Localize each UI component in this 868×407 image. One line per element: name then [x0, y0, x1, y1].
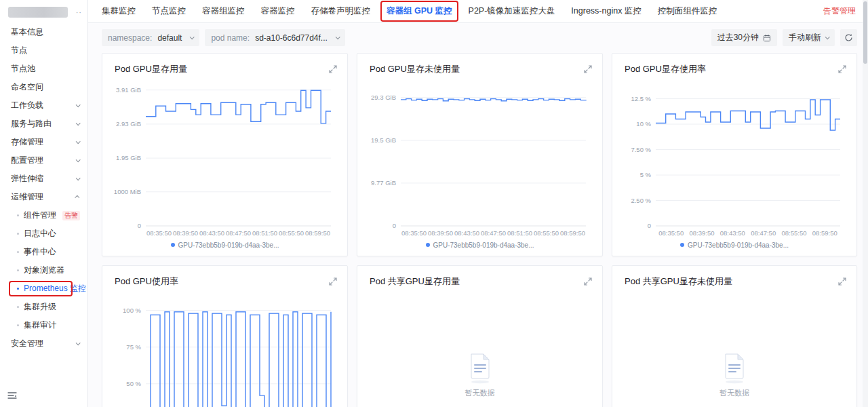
sidebar-subitem-label: 事件中心	[24, 246, 56, 258]
chevron-down-icon	[76, 157, 81, 162]
refresh-button[interactable]	[840, 29, 857, 46]
svg-text:08:55:50: 08:55:50	[279, 229, 304, 237]
empty-document-icon	[722, 353, 747, 384]
pod-name-value: sd-a10-6c6d77d4f...	[255, 33, 328, 43]
expand-icon[interactable]	[837, 277, 847, 286]
sidebar-item-workloads[interactable]: 工作负载	[0, 96, 87, 115]
time-range-button[interactable]: 过去30分钟	[711, 29, 777, 46]
sidebar-item-label: 安全管理	[11, 338, 43, 349]
chevron-down-icon	[76, 139, 81, 144]
line-chart: 3.91 GiB2.93 GiB1.95 GiB1000 MiB008:35:5…	[111, 78, 339, 239]
sidebar-item-label: 服务与路由	[11, 118, 52, 130]
namespace-select[interactable]: namespace: default	[102, 29, 199, 46]
svg-text:08:35:50: 08:35:50	[146, 229, 172, 237]
content-area: namespace: default pod name: sd-a10-6c6d…	[88, 23, 868, 407]
bullet-dot-icon	[17, 251, 19, 253]
expand-icon[interactable]	[328, 64, 338, 74]
chart-card-gpu-memory-used: Pod GPU显存用量 3.91 GiB2.93 GiB1.95 GiB1000…	[102, 53, 348, 256]
svg-text:08:55:50: 08:55:50	[534, 229, 559, 237]
empty-state-label: 暂无数据	[465, 388, 495, 398]
sidebar-item-ops-management[interactable]: 运维管理	[0, 188, 87, 206]
chevron-down-icon	[76, 176, 81, 180]
refresh-mode-select[interactable]: 手动刷新	[783, 29, 835, 46]
chart-card-gpu-utilization: Pod GPU使用率 100 %75 %50 %25 %0	[102, 265, 348, 407]
svg-text:75 %: 75 %	[126, 343, 141, 351]
svg-text:08:39:50: 08:39:50	[690, 229, 715, 237]
tab-node-monitoring[interactable]: 节点监控	[152, 5, 186, 17]
sidebar-item-basic-info[interactable]: 基本信息	[0, 23, 87, 41]
chart-legend: GPU-73ebb5b9-019b-d4aa-3be...	[366, 239, 594, 250]
tab-container-monitoring[interactable]: 容器监控	[261, 5, 295, 17]
sidebar-subitem-event-center[interactable]: 事件中心	[0, 243, 87, 261]
svg-text:2.50 %: 2.50 %	[631, 197, 651, 204]
svg-text:08:59:50: 08:59:50	[305, 229, 330, 237]
expand-icon[interactable]	[583, 277, 593, 286]
main-panel: 集群监控 节点监控 容器组监控 容器监控 存储卷声明监控 容器组 GPU 监控 …	[88, 0, 868, 407]
filter-bar: namespace: default pod name: sd-a10-6c6d…	[88, 23, 868, 52]
calendar-icon	[763, 34, 771, 42]
line-chart: 12.5 %10 %7.50 %5 %2.50 %008:35:5008:39:…	[620, 78, 848, 239]
line-chart: 29.3 GiB19.5 GiB9.77 GiB008:35:5008:39:5…	[366, 78, 594, 239]
sidebar-more-icon[interactable]: ··	[76, 8, 82, 16]
legend-label: GPU-73ebb5b9-019b-d4aa-3be...	[433, 241, 534, 249]
svg-text:08:43:50: 08:43:50	[454, 229, 479, 237]
sidebar-header: ··	[0, 1, 87, 23]
tab-ingress-nginx-monitoring[interactable]: Ingress-nginx 监控	[571, 5, 642, 17]
refresh-mode-value: 手动刷新	[789, 32, 821, 43]
chevron-down-icon	[76, 102, 81, 107]
vertical-scrollbar[interactable]	[863, 0, 868, 407]
chart-title: Pod GPU显存使用率	[625, 63, 706, 75]
sidebar-item-label: 存储管理	[11, 136, 43, 148]
scrollbar-thumb[interactable]	[863, 1, 867, 64]
sidebar-subitem-object-browser[interactable]: 对象浏览器	[0, 261, 87, 279]
pod-name-label: pod name:	[211, 33, 250, 43]
sidebar-subitem-cluster-upgrade[interactable]: 集群升级	[0, 298, 87, 316]
chart-card-gpu-memory-free: Pod GPU显存未使用量 29.3 GiB19.5 GiB9.77 GiB00…	[357, 53, 603, 256]
sidebar-item-security[interactable]: 安全管理	[0, 334, 87, 353]
sidebar-item-label: 节点池	[11, 63, 35, 75]
sidebar-item-services-routes[interactable]: 服务与路由	[0, 115, 87, 133]
sidebar-subitem-label: 日志中心	[24, 228, 56, 239]
sidebar-item-config[interactable]: 配置管理	[0, 151, 87, 170]
sidebar-item-storage[interactable]: 存储管理	[0, 133, 87, 151]
svg-text:08:55:50: 08:55:50	[782, 229, 807, 237]
sidebar-item-namespaces[interactable]: 命名空间	[0, 78, 87, 96]
sidebar-subitem-component-management[interactable]: 组件管理 告警	[0, 206, 87, 225]
sidebar-item-nodes[interactable]: 节点	[0, 41, 87, 60]
chart-legend: GPU-73ebb5b9-019b-d4aa-3be...	[111, 239, 339, 250]
sidebar-item-autoscaling[interactable]: 弹性伸缩	[0, 170, 87, 188]
alarm-management-link[interactable]: 告警管理	[823, 5, 856, 17]
expand-icon[interactable]	[837, 64, 847, 74]
chart-grid: Pod GPU显存用量 3.91 GiB2.93 GiB1.95 GiB1000…	[88, 52, 868, 407]
sidebar-collapse-button[interactable]	[7, 391, 18, 403]
expand-icon[interactable]	[328, 277, 338, 286]
sidebar-subitem-cluster-audit[interactable]: 集群审计	[0, 316, 87, 334]
tab-cluster-monitoring[interactable]: 集群监控	[102, 5, 136, 17]
sidebar-item-label: 基本信息	[11, 26, 43, 38]
svg-text:29.3 GiB: 29.3 GiB	[371, 94, 396, 101]
svg-text:08:43:50: 08:43:50	[199, 229, 224, 237]
bullet-dot-icon	[17, 324, 19, 326]
tab-pod-gpu-monitoring[interactable]: 容器组 GPU 监控	[387, 5, 452, 17]
expand-icon[interactable]	[583, 64, 593, 74]
svg-text:08:35:50: 08:35:50	[658, 229, 684, 237]
svg-text:1000 MiB: 1000 MiB	[114, 188, 141, 195]
empty-document-icon	[467, 353, 493, 384]
chart-title: Pod GPU显存用量	[115, 63, 187, 75]
tab-control-plane-monitoring[interactable]: 控制面组件监控	[658, 5, 717, 17]
line-chart: 100 %75 %50 %25 %0	[111, 290, 339, 407]
empty-state-label: 暂无数据	[719, 388, 749, 398]
svg-text:08:39:50: 08:39:50	[173, 229, 198, 237]
chart-title: Pod GPU显存未使用量	[370, 63, 460, 75]
chevron-down-icon	[76, 341, 81, 345]
chevron-down-icon	[825, 35, 830, 39]
tab-p2p-image-monitoring[interactable]: P2P-镜像加速监控大盘	[469, 5, 555, 17]
tab-pod-monitoring[interactable]: 容器组监控	[202, 5, 245, 17]
sidebar-subitem-prometheus-monitoring[interactable]: Prometheus 监控	[0, 279, 87, 298]
cluster-name-skeleton	[8, 7, 68, 18]
pod-name-select[interactable]: pod name: sd-a10-6c6d77d4f...	[205, 29, 344, 46]
sidebar-subitem-label: 集群升级	[24, 301, 56, 313]
sidebar-item-node-pools[interactable]: 节点池	[0, 60, 87, 78]
sidebar-subitem-log-center[interactable]: 日志中心	[0, 225, 87, 243]
tab-pvc-monitoring[interactable]: 存储卷声明监控	[311, 5, 371, 17]
